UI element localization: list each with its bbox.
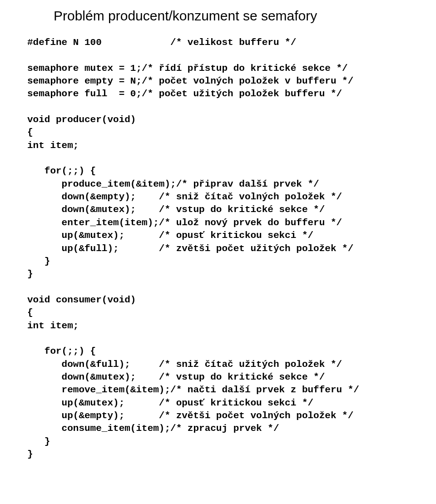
page-title: Problém producent/konzument se semafory	[27, 8, 409, 24]
code-block: #define N 100 /* velikost bufferu */ sem…	[27, 36, 409, 461]
document-page: Problém producent/konzument se semafory …	[0, 0, 436, 504]
